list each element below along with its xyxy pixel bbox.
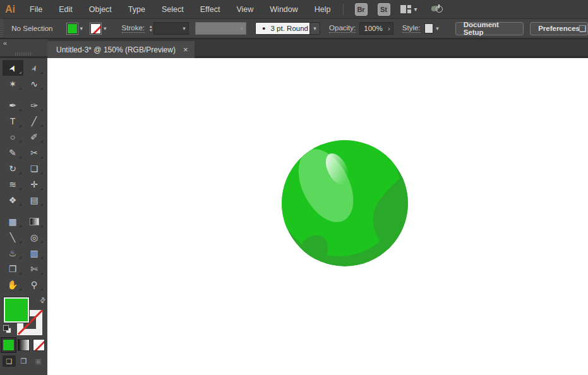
- green-ball-artwork[interactable]: [282, 140, 408, 266]
- draw-behind-button[interactable]: ❒: [17, 355, 30, 367]
- shape-builder-tool[interactable]: ❖: [3, 192, 23, 208]
- document-setup-button[interactable]: Document Setup: [455, 22, 524, 35]
- eyedropper-tool[interactable]: ╲: [3, 229, 23, 245]
- toolbar-header: «: [0, 39, 47, 56]
- lasso-tool[interactable]: ∿: [24, 76, 45, 92]
- stroke-weight-dropdown[interactable]: ▾: [153, 22, 189, 35]
- stepper-down-icon[interactable]: ▾: [150, 28, 152, 32]
- width-icon: ≋: [9, 180, 16, 189]
- chevron-down-icon[interactable]: ▾: [78, 24, 86, 33]
- panel-grip[interactable]: [0, 19, 4, 38]
- gradient-swatch-button[interactable]: [18, 339, 30, 351]
- gradient-icon: [30, 218, 39, 225]
- slice-tool[interactable]: ✄: [24, 261, 45, 277]
- blend-tool[interactable]: ◎: [24, 229, 45, 245]
- curvature-tool[interactable]: ✑: [24, 97, 45, 113]
- gradient-tool[interactable]: [24, 213, 45, 229]
- fill-proxy[interactable]: [4, 297, 29, 323]
- hand-icon: ✋: [7, 280, 18, 289]
- opacity-label[interactable]: Opacity:: [329, 24, 356, 33]
- chevron-down-icon: ▾: [414, 6, 417, 13]
- toolbar-grip[interactable]: [15, 52, 32, 56]
- pen-tool[interactable]: ✒: [3, 97, 23, 113]
- collapse-panel-icon[interactable]: «: [3, 39, 7, 47]
- paintbrush-tool[interactable]: ✐: [24, 129, 45, 145]
- column-graph-icon: ▥: [30, 249, 38, 258]
- swap-fill-stroke-icon[interactable]: ⇄: [38, 295, 48, 306]
- opacity-slider-arrow-icon[interactable]: ›: [388, 25, 390, 32]
- stroke-none-swatch[interactable]: [90, 23, 101, 34]
- paint-mode-buttons: [0, 339, 47, 351]
- menu-item-help[interactable]: Help: [306, 1, 339, 18]
- document-tab[interactable]: Untitled-3* @ 150% (RGB/Preview) ×: [47, 41, 195, 58]
- style-swatch[interactable]: [424, 23, 434, 33]
- artboard-canvas[interactable]: [47, 58, 588, 375]
- menu-item-window[interactable]: Window: [261, 1, 306, 18]
- tab-row: « Untitled-3* @ 150% (RGB/Preview) ×: [0, 39, 588, 58]
- mesh-icon: ▦: [8, 217, 16, 226]
- curvature-icon: ✑: [30, 101, 38, 110]
- bridge-button[interactable]: Br: [355, 3, 368, 16]
- menu-item-edit[interactable]: Edit: [51, 1, 81, 18]
- puppet-warp-icon: ✛: [30, 180, 38, 189]
- gpu-performance-icon[interactable]: [431, 4, 443, 15]
- lasso-icon: ∿: [30, 80, 38, 88]
- perspective-grid-tool[interactable]: ▤: [24, 192, 45, 208]
- menu-item-select[interactable]: Select: [153, 1, 192, 18]
- magic-wand-tool[interactable]: ✶: [3, 76, 23, 92]
- brush-preview-icon: ●: [262, 25, 265, 32]
- menu-item-object[interactable]: Object: [81, 1, 120, 18]
- panel-dock-icon[interactable]: ❏: [579, 23, 588, 35]
- illustrator-window: Ai FileEditObjectTypeSelectEffectViewWin…: [0, 0, 588, 375]
- pencil-tool[interactable]: ✎: [3, 145, 23, 160]
- none-swatch-button[interactable]: [33, 339, 45, 351]
- hand-tool[interactable]: ✋: [3, 277, 23, 292]
- app-logo: Ai: [0, 4, 21, 15]
- direct-selection-icon: ➢: [28, 62, 40, 73]
- fill-swatch[interactable]: [67, 23, 78, 34]
- brush-definition-combo[interactable]: ● 3 pt. Round ▾: [255, 22, 320, 35]
- width-tool[interactable]: ≋: [3, 176, 23, 192]
- scale-tool[interactable]: ❏: [24, 160, 45, 176]
- stroke-weight-label[interactable]: Stroke:: [122, 24, 145, 33]
- opacity-input[interactable]: 100% ›: [359, 22, 393, 35]
- chevron-down-icon[interactable]: ▾: [309, 22, 320, 35]
- selection-tool[interactable]: ➤: [3, 60, 23, 76]
- selection-icon: ➤: [7, 62, 18, 73]
- artboard-tool[interactable]: ❐: [3, 261, 23, 277]
- default-fill-stroke-icon[interactable]: [3, 325, 11, 333]
- rotate-tool[interactable]: ↻: [3, 160, 23, 176]
- color-swatch-button[interactable]: [3, 339, 15, 351]
- ellipse-tool[interactable]: ○: [3, 129, 23, 145]
- menu-item-type[interactable]: Type: [120, 1, 153, 18]
- tool-panel: ➤➢✶∿✒✑T╱○✐✎✂↻❏≋✛❖▤▦╲◎♨▥❐✄✋⚲ ⇄ ❑ ❒ ▣: [0, 58, 47, 375]
- direct-selection-tool[interactable]: ➢: [24, 60, 45, 76]
- stroke-weight-stepper[interactable]: ▴ ▾: [150, 25, 152, 32]
- scissors-tool[interactable]: ✂: [24, 145, 45, 160]
- stroke-color-picker[interactable]: ▾: [90, 23, 109, 34]
- zoom-tool[interactable]: ⚲: [24, 277, 45, 292]
- style-label[interactable]: Style:: [402, 24, 421, 33]
- chevron-down-icon: ▾: [238, 24, 246, 33]
- workspace-switcher[interactable]: ▾: [400, 5, 417, 13]
- menu-item-view[interactable]: View: [228, 1, 261, 18]
- selection-status: No Selection: [11, 25, 52, 32]
- menu-item-file[interactable]: File: [21, 1, 51, 18]
- menu-item-effect[interactable]: Effect: [192, 1, 229, 18]
- symbol-sprayer-tool[interactable]: ♨: [3, 245, 23, 261]
- chevron-down-icon[interactable]: ▾: [101, 24, 109, 33]
- chevron-down-icon[interactable]: ▾: [180, 24, 188, 33]
- brush-definition-value[interactable]: ● 3 pt. Round: [255, 22, 309, 35]
- puppet-warp-tool[interactable]: ✛: [24, 176, 45, 192]
- line-segment-tool[interactable]: ╱: [24, 113, 45, 129]
- stock-button[interactable]: St: [378, 3, 390, 16]
- fill-color-picker[interactable]: ▾: [67, 23, 86, 34]
- draw-normal-button[interactable]: ❑: [3, 355, 16, 367]
- workspace: ➤➢✶∿✒✑T╱○✐✎✂↻❏≋✛❖▤▦╲◎♨▥❐✄✋⚲ ⇄ ❑ ❒ ▣: [0, 58, 588, 375]
- type-tool[interactable]: T: [3, 113, 23, 129]
- close-icon[interactable]: ×: [183, 45, 188, 54]
- opacity-value[interactable]: 100%: [364, 25, 382, 32]
- column-graph-tool[interactable]: ▥: [24, 245, 45, 261]
- mesh-tool[interactable]: ▦: [3, 213, 23, 229]
- chevron-down-icon[interactable]: ▾: [433, 24, 441, 33]
